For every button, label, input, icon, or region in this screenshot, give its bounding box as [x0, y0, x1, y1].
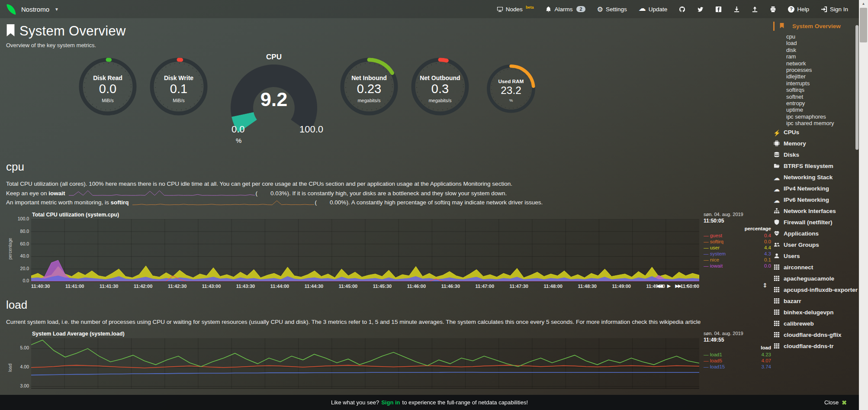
- sidebar-item[interactable]: Disks: [773, 151, 859, 161]
- load-section: load Current system load, i.e. the numbe…: [6, 298, 771, 389]
- sidebar-item[interactable]: disk: [773, 47, 859, 53]
- hostname[interactable]: Nostromo: [21, 6, 49, 13]
- sidebar-item[interactable]: cloudflare-ddns-gflix: [773, 331, 859, 341]
- navbar-item[interactable]: [697, 6, 704, 13]
- gear-icon: ⚙: [597, 6, 603, 13]
- easypie-gauge[interactable]: Net Outbound 0.3 megabits/s: [410, 56, 470, 122]
- sidebar-item[interactable]: User Groups: [773, 241, 859, 251]
- easypie-gauge[interactable]: Disk Read 0.0 MiB/s: [77, 56, 138, 122]
- heartbeat-icon: [773, 230, 780, 238]
- toolbar-button[interactable]: ▶▶: [675, 283, 681, 289]
- easypie-gauge[interactable]: Net Inbound 0.23 megabits/s: [339, 56, 399, 122]
- y-tick: 5.00: [20, 345, 29, 350]
- chart-resize-handle[interactable]: ⇕: [762, 282, 768, 289]
- sidebar-item[interactable]: Users: [773, 252, 859, 262]
- sidebar-item[interactable]: Applications: [773, 229, 859, 239]
- banner-signin-link[interactable]: Sign in: [381, 399, 400, 406]
- legend-row[interactable]: guest 0.4: [704, 232, 771, 239]
- sidebar-item[interactable]: binhex-delugevpn: [773, 308, 859, 318]
- sidebar-item[interactable]: processes: [773, 67, 859, 73]
- sidebar-item[interactable]: ☁IPv4 Networking: [773, 184, 859, 194]
- gauge-value: 0.0: [77, 82, 138, 96]
- toolbar-button[interactable]: −: [693, 283, 695, 289]
- cpu-chart-plot[interactable]: [31, 219, 699, 282]
- sidebar-item[interactable]: cpu: [773, 33, 859, 40]
- page-scrollbar[interactable]: ▲: [859, 0, 868, 410]
- legend-series-name: load15: [704, 364, 725, 370]
- sidebar-item[interactable]: Memory: [773, 139, 859, 149]
- signin-banner: Like what you see? Sign in to experience…: [0, 395, 859, 410]
- navbar-item[interactable]: ? Help: [788, 6, 809, 13]
- cpu-gauge-max: 100.0: [299, 124, 323, 135]
- sidebar-item[interactable]: ipc semaphores: [773, 113, 859, 120]
- legend-row[interactable]: load15 3.74: [704, 364, 771, 370]
- sidebar-item[interactable]: ⚡CPUs: [773, 128, 859, 138]
- cpu-gauge-title: CPU: [219, 53, 328, 61]
- help-icon: ?: [788, 6, 794, 13]
- sidebar-item[interactable]: softirqs: [773, 87, 859, 93]
- legend-row[interactable]: load1 4.23: [704, 352, 771, 358]
- navbar-item[interactable]: [752, 6, 758, 13]
- sidebar-item[interactable]: network: [773, 60, 859, 67]
- sidebar-item[interactable]: bazarr: [773, 297, 859, 307]
- sidebar-item[interactable]: uptime: [773, 107, 859, 113]
- download-icon: [733, 6, 740, 13]
- navbar-item[interactable]: [770, 6, 776, 13]
- easypie-gauge[interactable]: Used RAM 23.2 %: [485, 63, 537, 119]
- toolbar-button[interactable]: ◀◀: [656, 283, 662, 289]
- y-tick: 60.0: [20, 241, 29, 246]
- x-tick: 11:42:30: [168, 284, 186, 289]
- page-title: System Overview: [19, 23, 126, 39]
- navbar-item[interactable]: ⚙ Settings: [597, 6, 627, 13]
- sidebar-item[interactable]: cloudflare-ddns-tr: [773, 342, 859, 352]
- sidebar-item[interactable]: calibreweb: [773, 320, 859, 329]
- y-tick: 40.0: [20, 253, 29, 258]
- scroll-up-arrow-icon[interactable]: ▲: [859, 0, 868, 7]
- toolbar-button[interactable]: ▶: [667, 283, 670, 289]
- navbar-item[interactable]: Sign In: [821, 6, 848, 13]
- navbar-item[interactable]: Nodes beta: [497, 6, 534, 13]
- legend-row[interactable]: iowait 0.0: [704, 263, 771, 269]
- legend-row[interactable]: user 4.4: [704, 245, 771, 251]
- navbar-item[interactable]: [679, 6, 685, 13]
- legend-row[interactable]: load5 4.07: [704, 358, 771, 364]
- navbar-item[interactable]: ☁↓ Update: [639, 6, 668, 13]
- load-chart-plot[interactable]: [31, 338, 699, 389]
- top-navbar: Nostromo ▼ Nodes beta Alarms 2 ⚙ Setting…: [0, 0, 868, 18]
- sidebar-item[interactable]: interrupts: [773, 80, 859, 87]
- cpu-section: cpu Total CPU utilization (all cores). 1…: [6, 160, 771, 289]
- sidebar-item[interactable]: load: [773, 40, 859, 46]
- x-tick: 11:45:00: [339, 284, 357, 289]
- cpu-gauge[interactable]: CPU 9.2 0.0 100.0 %: [219, 51, 328, 137]
- sidebar-item[interactable]: apacheguacamole: [773, 274, 859, 284]
- sidebar-item[interactable]: Network Interfaces: [773, 207, 859, 217]
- cpu-chart-title: Total CPU utilization (system.cpu): [32, 212, 699, 218]
- legend-row[interactable]: softirq 0.0: [704, 239, 771, 245]
- sidebar-item[interactable]: softnet: [773, 94, 859, 100]
- sidebar-item[interactable]: ☁IPv6 Networking: [773, 196, 859, 206]
- legend-row[interactable]: nice 0.1: [704, 257, 771, 263]
- toolbar-button[interactable]: +: [686, 283, 688, 289]
- y-tick: 0.0: [23, 278, 29, 283]
- banner-close-button[interactable]: Close ✖: [824, 399, 847, 406]
- navbar-item[interactable]: [733, 6, 740, 13]
- gauge-label: Net Inbound: [339, 74, 399, 81]
- sidebar-item[interactable]: idlejitter: [773, 73, 859, 80]
- sidebar-item[interactable]: Firewall (netfilter): [773, 218, 859, 228]
- sidebar-item[interactable]: ipc shared memory: [773, 120, 859, 126]
- navbar-item[interactable]: Alarms 2: [545, 6, 585, 13]
- legend-series-name: softirq: [704, 239, 723, 245]
- navbar-item[interactable]: [715, 6, 722, 13]
- sidebar-item[interactable]: ram: [773, 53, 859, 60]
- sidebar-item[interactable]: apcupsd-influxdb-exporter: [773, 286, 859, 296]
- sidebar-item[interactable]: entropy: [773, 100, 859, 107]
- easypie-gauge[interactable]: Disk Write 0.1 MiB/s: [148, 56, 209, 122]
- sidebar-item[interactable]: airconnect: [773, 263, 859, 273]
- sidebar-item[interactable]: ☁Networking Stack: [773, 173, 859, 183]
- legend-row[interactable]: system 4.3: [704, 251, 771, 257]
- page-scrollbar-thumb[interactable]: [860, 8, 867, 42]
- sidebar-scrollbar-thumb[interactable]: [855, 25, 858, 150]
- sidebar-item[interactable]: System Overview: [773, 22, 859, 31]
- chevron-down-icon[interactable]: ▼: [55, 7, 59, 12]
- sidebar-item[interactable]: BTRFS filesystem: [773, 162, 859, 172]
